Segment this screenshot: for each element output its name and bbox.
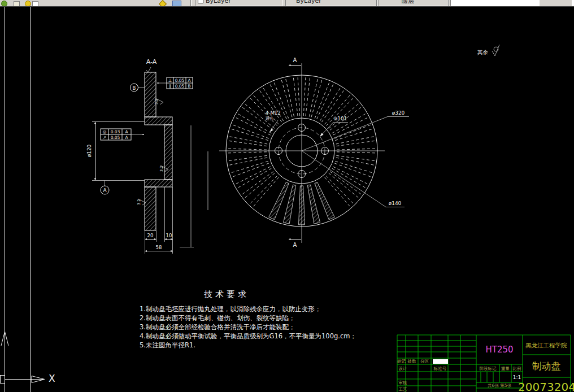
tol3-datum: A <box>125 129 128 134</box>
lineweight-combo[interactable] <box>450 0 540 6</box>
tol1-datum: A <box>188 78 191 83</box>
surface-finish-note: 其余 <box>477 45 499 56</box>
label-check: 审核 <box>399 380 408 385</box>
dim-58-text: 58 <box>156 245 162 250</box>
toolbar-box-icon[interactable] <box>14 1 20 7</box>
datum-b-letter: B <box>133 85 136 91</box>
dim-phi120-text: ø120 <box>86 144 92 157</box>
tech-req-title: 技术要求 <box>204 289 249 299</box>
tech-req-item-2: 2.制动盘表面不得有毛刺、碰伤、划伤、裂纹等缺陷； <box>140 314 295 322</box>
label-weight: 重量 <box>501 366 510 371</box>
roughness-value: 3.2 <box>154 99 159 104</box>
surface-finish-icon <box>492 45 499 56</box>
tol2-datum: B <box>188 84 190 89</box>
label-scale: 比例 <box>513 366 521 371</box>
layer-combo[interactable]: ByLayer <box>195 0 282 6</box>
material-spec: HT250 <box>485 345 513 355</box>
front-view: A A ø320 ø101 ø140 <box>219 57 409 248</box>
surface-note-text: 其余 <box>477 49 489 55</box>
tol3-value: 0.03 <box>111 129 120 134</box>
cad-application-window: ByLayer ByLayer 随层 <box>0 0 574 392</box>
tol2-symbol: ∥ <box>169 84 171 89</box>
datum-a-letter: A <box>103 188 107 193</box>
dim-20-text: 20 <box>147 233 154 238</box>
tol4-datum: A <box>125 135 128 140</box>
color-combo[interactable]: ByLayer <box>285 0 386 6</box>
label-standard-no: 标准号 <box>433 366 447 371</box>
tol4-symbol: ↗ <box>103 135 106 140</box>
toolbar-globe-icon[interactable] <box>1 1 7 7</box>
part-name: 制动盘 <box>532 360 561 372</box>
roughness-mark: 3.2 <box>154 98 163 104</box>
dim-phi320-text: ø320 <box>392 110 405 116</box>
tech-req-item-1: 1.制动盘毛坯应进行抛丸处理，以消除残余应力，以防止变形； <box>140 305 321 313</box>
layer-color-swatch <box>198 0 203 3</box>
roughness-value: 3.2 <box>159 166 164 172</box>
ucs-icon: X <box>1 373 56 384</box>
dim-10-text: 10 <box>166 233 172 238</box>
label-count: 处数 <box>407 359 417 364</box>
label-stage: 阶段标记 <box>480 366 497 371</box>
holes-label-line2: 通孔 <box>266 116 274 121</box>
label-mark: 标记 <box>397 359 406 364</box>
ucs-x-label: X <box>49 373 55 384</box>
drawing-number: 20073204 <box>518 380 574 392</box>
datum-a: A <box>101 181 109 195</box>
color-combo-value: ByLayer <box>296 0 321 5</box>
tech-req-item-5: 5.未注圆角半径R1. <box>140 341 195 349</box>
tol1-symbol: ⊥ <box>168 78 172 83</box>
layer-combo-value: ByLayer <box>206 0 231 5</box>
tol3-symbol: ◎ <box>103 129 107 134</box>
toolbar-diamond-icon[interactable] <box>159 0 167 7</box>
roughness-value: 3.2 <box>137 199 141 205</box>
tech-req-item-3: 3.制动盘必须全部经检验合格并清洗干净后才能装配； <box>140 323 295 331</box>
drawing-canvas[interactable]: X A-A ø120 A <box>0 0 574 392</box>
top-toolbar: ByLayer ByLayer 随层 <box>0 0 574 7</box>
tolerance-frame-2: ◎ 0.03 A ↗ 0.05 A <box>101 129 144 140</box>
holes-label-line1: 4-M12 <box>266 110 281 116</box>
tol4-value: 0.05 <box>111 135 120 140</box>
dim-phi101: ø101 <box>320 116 348 137</box>
dim-phi140: ø140 <box>302 151 405 207</box>
label-process: 工艺 <box>399 387 408 392</box>
roughness-icon <box>146 67 151 72</box>
revision-highlight-cell <box>433 359 448 364</box>
tolerance-frame-1: ⊥ 0.05 A ∥ 0.05 B <box>157 77 193 89</box>
section-letter-top: A <box>293 57 297 63</box>
toolbar-sun-icon[interactable] <box>25 1 31 7</box>
school-name: 黑龙江工程学院 <box>525 342 567 349</box>
toolbar-separator <box>190 0 192 6</box>
side-section-view: A-A ø120 A <box>86 58 208 254</box>
sheet-frame <box>1 6 31 392</box>
tol2-value: 0.05 <box>175 84 185 89</box>
linetype-combo-value: 随层 <box>402 0 414 5</box>
label-design: 设计 <box>399 366 408 371</box>
section-view-title: A-A <box>146 58 157 66</box>
toolbar-separator <box>448 0 449 6</box>
datum-b: B <box>131 84 145 92</box>
dim-phi101-text: ø101 <box>334 116 347 121</box>
scale-value: 1:1 <box>513 374 521 380</box>
label-zone: 分区 <box>420 359 429 364</box>
tech-req-item-4: 4.制动盘必须做动平衡试验，平衡品质级别为G16，不平衡量为100g.cm； <box>140 332 356 340</box>
tol1-value: 0.05 <box>175 78 185 83</box>
toolbar-separator <box>376 0 377 6</box>
toolbar-layers-icon[interactable] <box>172 1 181 7</box>
toolbar-sheet-icon[interactable] <box>32 1 38 7</box>
title-block: 标记 处数 分区 设计 标准号 审核 工艺 阶段标记 重量 比例 1:1 共6张… <box>397 335 574 392</box>
section-letter-bottom: A <box>293 242 297 248</box>
sheet-info: 共6张 第5张 <box>488 383 511 388</box>
technical-requirements: 技术要求 1.制动盘毛坯应进行抛丸处理，以消除残余应力，以防止变形； 2.制动盘… <box>140 289 356 349</box>
scrollbar-edge[interactable] <box>572 0 574 6</box>
dim-phi140-text: ø140 <box>389 201 402 206</box>
